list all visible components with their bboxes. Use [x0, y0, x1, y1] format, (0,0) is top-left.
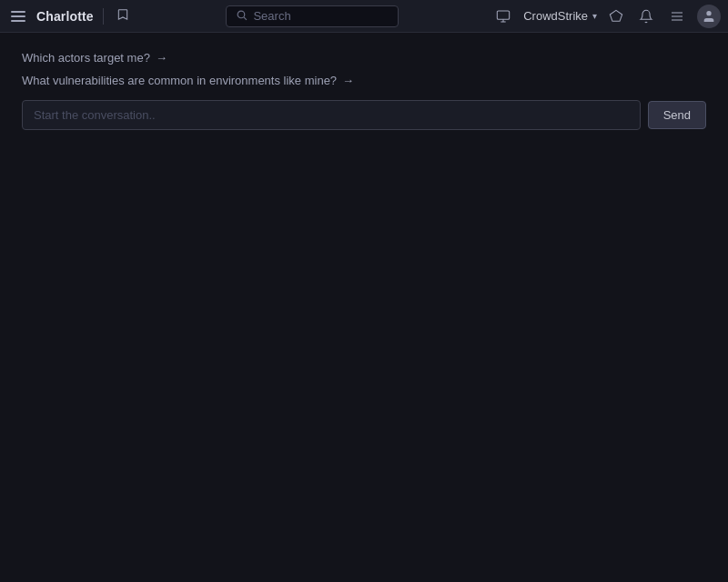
hamburger-menu-icon[interactable] — [7, 7, 29, 25]
lines-icon[interactable] — [666, 5, 688, 27]
chat-input-row: Send — [22, 100, 706, 130]
falcon-icon[interactable] — [606, 6, 626, 26]
suggestion-item-2[interactable]: What vulnerabilities are common in envir… — [22, 74, 706, 87]
svg-point-9 — [706, 11, 711, 15]
svg-line-1 — [244, 16, 247, 19]
chevron-down-icon: ▾ — [592, 11, 597, 21]
user-avatar[interactable] — [697, 5, 721, 28]
search-area: Search — [138, 5, 487, 27]
suggestion-item-1[interactable]: Which actors target me? → — [22, 51, 706, 65]
notifications-icon[interactable] — [635, 5, 657, 27]
nav-divider — [103, 8, 104, 25]
nav-right: CrowdStrike ▾ — [492, 5, 721, 28]
search-label: Search — [253, 9, 290, 23]
bookmark-icon[interactable] — [113, 5, 133, 27]
svg-marker-5 — [610, 10, 622, 21]
svg-rect-2 — [498, 11, 510, 19]
app-title: Charlotte — [36, 9, 94, 24]
suggestions-list: Which actors target me? → What vulnerabi… — [22, 51, 706, 87]
top-navigation: Charlotte Search — [0, 0, 728, 33]
send-button[interactable]: Send — [648, 101, 706, 129]
suggestion-text-1: Which actors target me? — [22, 51, 150, 65]
nav-left: Charlotte — [7, 5, 133, 27]
search-box[interactable]: Search — [226, 5, 399, 27]
arrow-icon-2: → — [342, 74, 354, 87]
main-content: Which actors target me? → What vulnerabi… — [0, 33, 728, 145]
chat-input[interactable] — [22, 100, 641, 130]
svg-point-0 — [238, 11, 246, 18]
crowdstrike-menu[interactable]: CrowdStrike ▾ — [523, 9, 597, 23]
arrow-icon-1: → — [156, 51, 167, 65]
monitor-icon[interactable] — [492, 5, 514, 27]
crowdstrike-label: CrowdStrike — [523, 9, 588, 23]
search-icon — [236, 9, 248, 24]
suggestion-text-2: What vulnerabilities are common in envir… — [22, 74, 337, 87]
